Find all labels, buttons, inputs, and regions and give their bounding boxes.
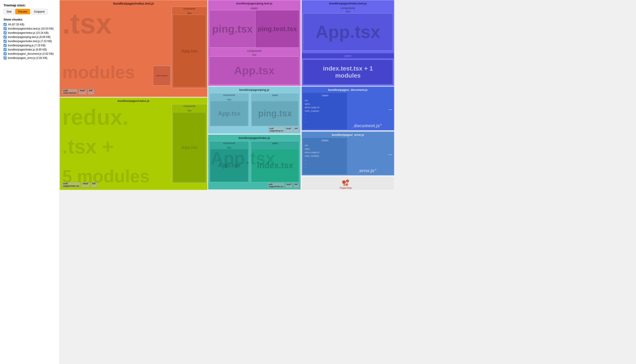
inner-pages-index-test: index.test.tsx + 1modules	[303, 60, 393, 85]
redux-link-btn[interactable]: link"	[91, 182, 98, 188]
chunk-item-0: All (67.35 KB)	[4, 23, 56, 26]
show-chunks-section: Show chunks: All (67.35 KB)bundles/pages…	[4, 18, 56, 60]
chunk-item-4: bundles/pages/index.test.js (7.22 KB)	[4, 40, 56, 43]
svg-point-2	[345, 183, 348, 186]
size-button-group: Stat Parsed Gzipped	[4, 9, 56, 14]
chunk-item-6: bundles/pages/index.js (6.85 KB)	[4, 48, 56, 51]
inner-components-ping-test: App.tsx	[209, 56, 299, 85]
chunk-label-8: bundles/pages/_error.js (2.82 KB)	[8, 56, 48, 60]
svg-point-3	[343, 184, 345, 186]
inner-ping-tsx: ping.tsx	[209, 10, 256, 48]
redux-multi-btn[interactable]: multi/pages/redux.tsx	[62, 182, 81, 188]
show-chunks-label: Show chunks:	[4, 18, 56, 21]
tile-ping-title: bundles/pages/ping.js	[208, 88, 300, 92]
gzipped-button[interactable]: Gzipped	[31, 9, 47, 14]
chunk-checkbox-0[interactable]	[4, 23, 7, 26]
tile-redux[interactable]: bundles/pages/redux.js components App Ap…	[60, 98, 207, 190]
chunk-checkbox-4[interactable]	[4, 40, 7, 43]
inner-pages-ping: pages ping.tsx	[251, 93, 299, 127]
ping-multi-btn[interactable]: multi./pages/ping.tsx	[268, 127, 284, 132]
ping-link-btn[interactable]: link"	[293, 127, 299, 132]
sidebar: Treemap sizes: Stat Parsed Gzipped Show …	[0, 0, 60, 364]
inner-app-index-test: App.tsx	[303, 13, 393, 51]
tile-error[interactable]: bundles/pages/_error.js Users robraprade…	[302, 132, 394, 176]
tile-ping[interactable]: bundles/pages/ping.js components App App…	[208, 86, 301, 134]
chunk-label-5: bundles/pages/ping.js (7.19 KB)	[8, 44, 46, 47]
inner-components-redux-test: components App App.tsx	[172, 6, 207, 88]
chunk-item-8: bundles/pages/_error.js (2.82 KB)	[4, 56, 56, 60]
treemap-area: bundles/pages/redux.test.js components A…	[60, 0, 636, 364]
tile-ping-test[interactable]: bundles/pages/ping.test.js pages ping.ts…	[208, 0, 301, 86]
chunk-checkbox-8[interactable]	[4, 56, 7, 60]
chunk-item-7: bundles/pages/_document.js (2.82 KB)	[4, 52, 56, 55]
treemap-sizes-label: Treemap sizes:	[4, 4, 56, 7]
chunk-label-3: bundles/pages/ping.test.js (8.69 KB)	[8, 36, 51, 38]
tile-index[interactable]: bundles/pages/index.js components App Ap…	[208, 134, 301, 190]
tile-error-title: bundles/pages/_error.js	[302, 133, 394, 136]
chunk-item-2: bundles/pages/redux.js (15.24 KB)	[4, 31, 56, 34]
chunk-label-2: bundles/pages/redux.js (15.24 KB)	[8, 31, 49, 34]
chunk-checkbox-2[interactable]	[4, 31, 7, 34]
inner-redux-test-small: redux.test.tsx	[153, 66, 171, 86]
ping-head-btn[interactable]: head"	[285, 127, 293, 132]
chunk-item-5: bundles/pages/ping.js (7.19 KB)	[4, 44, 56, 47]
inner-components-redux: components App App.tsx	[172, 104, 207, 184]
svg-point-0	[342, 180, 346, 184]
stat-button[interactable]: Stat	[4, 9, 14, 14]
chunk-checkbox-3[interactable]	[4, 36, 7, 38]
redux-head-btn[interactable]: head"	[81, 182, 90, 188]
tile-document[interactable]: bundles/pages/_document.js Users robrapr…	[302, 86, 394, 130]
redux-test-head-btn[interactable]: head"	[78, 89, 87, 95]
chunk-label-0: All (67.35 KB)	[8, 23, 24, 26]
chunk-item-1: bundles/pages/redux.test.js (16.53 KB)	[4, 27, 56, 30]
tile-index-test-title: bundles/pages/index.test.js	[302, 2, 394, 5]
chunk-label-6: bundles/pages/index.js (6.85 KB)	[8, 48, 47, 51]
tile-index-title: bundles/pages/index.js	[208, 136, 300, 140]
index-head-btn[interactable]: head"	[285, 182, 293, 188]
chunk-checkbox-6[interactable]	[4, 48, 7, 51]
index-multi-btn[interactable]: multi./pages/index.tsx	[267, 182, 285, 188]
chunk-label-1: bundles/pages/redux.test.js (16.53 KB)	[8, 27, 54, 30]
chunk-checkbox-1[interactable]	[4, 27, 7, 30]
redux-test-multi-btn[interactable]: multiredux.test.tsx	[62, 89, 78, 95]
chunk-checkbox-7[interactable]	[4, 52, 7, 55]
tile-ping-test-title: bundles/pages/ping.test.js	[208, 2, 300, 5]
inner-components-ping: components App App.tsx	[209, 93, 249, 127]
tile-foamtree: FoamTree	[302, 176, 394, 190]
chunk-checkbox-5[interactable]	[4, 44, 7, 47]
tile-index-test[interactable]: bundles/pages/index.test.js components A…	[302, 0, 394, 86]
parsed-button[interactable]: Parsed	[15, 9, 30, 14]
tile-redux-title: bundles/pages/redux.js	[60, 99, 207, 102]
foamtree-label: FoamTree	[340, 186, 352, 190]
chunk-label-4: bundles/pages/index.test.js (7.22 KB)	[8, 40, 52, 43]
redux-test-link-btn[interactable]: link"	[88, 89, 94, 95]
inner-ping-test-tsx: ping.test.tsx	[255, 10, 299, 48]
svg-point-1	[346, 180, 349, 182]
chunks-list: All (67.35 KB)bundles/pages/redux.test.j…	[4, 23, 56, 60]
tile-redux-test[interactable]: bundles/pages/redux.test.js components A…	[60, 0, 207, 97]
chunk-label-7: bundles/pages/_document.js (2.82 KB)	[8, 52, 54, 55]
index-link-btn[interactable]: link"	[293, 182, 299, 188]
tile-redux-test-title: bundles/pages/redux.test.js	[60, 2, 207, 5]
chunk-item-3: bundles/pages/ping.test.js (8.69 KB)	[4, 36, 56, 38]
tile-document-title: bundles/pages/_document.js	[302, 88, 394, 92]
